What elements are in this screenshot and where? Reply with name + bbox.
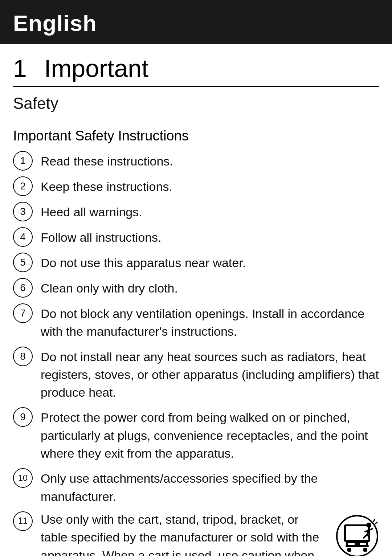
language-title: English — [13, 10, 379, 36]
item-text-5: Do not use this apparatus near water. — [41, 252, 379, 272]
list-item: 3 Heed all warnings. — [13, 201, 379, 221]
item-text-8: Do not install near any heat sources suc… — [41, 346, 379, 402]
list-item: 7 Do not block any ventilation openings.… — [13, 303, 379, 341]
item-number-8: 8 — [13, 347, 33, 366]
list-item: 1 Read these instructions. — [13, 150, 379, 171]
svg-point-2 — [363, 548, 367, 552]
list-item: 9 Protect the power cord from being walk… — [13, 406, 379, 462]
instructions-heading: Important Safety Instructions — [0, 120, 392, 150]
item-number-3: 3 — [13, 202, 33, 221]
list-item: 8 Do not install near any heat sources s… — [13, 346, 379, 402]
list-item: 6 Clean only with dry cloth. — [13, 277, 379, 298]
list-item: 11 Use only with the cart, stand, tripod… — [13, 511, 379, 556]
item-text-11: Use only with the cart, stand, tripod, b… — [41, 511, 328, 556]
item-number-2: 2 — [13, 176, 33, 196]
item-number-6: 6 — [13, 278, 33, 298]
item-number-11: 11 — [13, 511, 33, 531]
item-number-5: 5 — [13, 253, 33, 272]
section-number: 1 — [13, 54, 27, 82]
item-text-9: Protect the power cord from being walked… — [41, 406, 379, 462]
svg-line-17 — [375, 522, 377, 524]
item-text-4: Follow all instructions. — [41, 226, 379, 246]
svg-rect-9 — [355, 542, 360, 545]
svg-point-1 — [347, 548, 351, 552]
item-text-3: Heed all warnings. — [41, 201, 379, 221]
svg-point-10 — [366, 523, 371, 528]
item-text-1: Read these instructions. — [41, 150, 379, 170]
item-number-10: 10 — [13, 468, 33, 488]
svg-rect-8 — [346, 526, 368, 540]
list-item: 5 Do not use this apparatus near water. — [13, 252, 379, 272]
item-text-7: Do not block any ventilation openings. I… — [41, 303, 379, 341]
item-number-7: 7 — [13, 303, 33, 323]
cart-warning-icon — [335, 514, 379, 556]
instructions-list: 1 Read these instructions. 2 Keep these … — [0, 150, 392, 556]
subsection-divider — [13, 117, 379, 117]
item-number-1: 1 — [13, 151, 33, 171]
section-title: Important — [44, 54, 148, 82]
item-text-6: Clean only with dry cloth. — [41, 277, 379, 297]
list-item: 4 Follow all instructions. — [13, 226, 379, 247]
list-item: 2 Keep these instructions. — [13, 176, 379, 196]
item-text-10: Only use attachments/accessories specifi… — [41, 467, 379, 506]
svg-line-16 — [373, 519, 375, 522]
item-number-9: 9 — [13, 407, 33, 427]
header-bar: English — [0, 0, 392, 44]
item-number-4: 4 — [13, 227, 33, 247]
list-item: 10 Only use attachments/accessories spec… — [13, 467, 379, 506]
subsection-title: Safety — [0, 87, 392, 117]
item-text-2: Keep these instructions. — [41, 176, 379, 196]
